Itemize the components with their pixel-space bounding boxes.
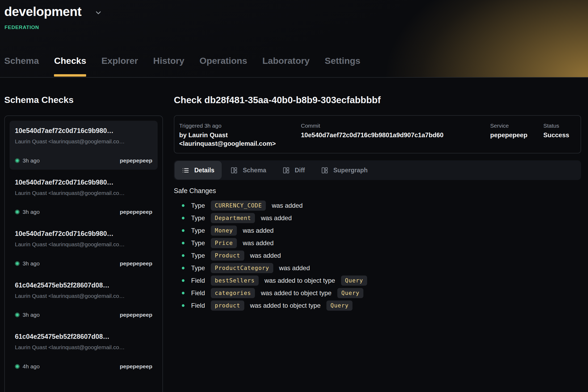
changes-list: Type CURRENCY_CODE was added Type Depart… [174,201,581,311]
change-code-chip: categories [211,288,255,298]
change-item: Type ProductCategory was added [182,263,581,273]
check-service: pepepepeep [120,260,152,267]
change-code-chip: Money [211,226,237,236]
check-service: pepepepeep [120,363,152,370]
change-prefix: Field [191,277,205,284]
list-icon [182,167,189,174]
columns-icon [283,167,290,174]
columns-icon [321,167,328,174]
change-code-chip: Query [326,301,352,311]
change-suffix: was added [243,227,274,234]
main-panel: Check db28f481-35aa-40b0-b8b9-303ecfabbb… [163,78,588,313]
tab-laboratory[interactable]: Laboratory [262,56,310,77]
check-footer: 3h ago pepepepeep [15,260,152,267]
check-footer: 3h ago pepepepeep [15,312,152,318]
chevron-down-icon[interactable] [94,9,102,17]
check-author: Laurin Quast <laurinquast@googlemail.co… [15,344,152,351]
check-footer: 3h ago pepepepeep [15,157,152,164]
change-code-chip: bestSellers [211,276,259,286]
check-time: 4h ago [23,363,40,370]
check-list-item[interactable]: 10e540d7aef72c0d716c9b980… Laurin Quast … [10,172,158,221]
change-item: Type CURRENCY_CODE was added [182,201,581,211]
status-dot-icon [15,312,20,317]
change-item: Type Product was added [182,251,581,261]
check-author: Laurin Quast <laurinquast@googlemail.co… [15,190,152,197]
change-suffix: was added to object type [261,289,331,297]
sidebar-title: Schema Checks [4,95,163,105]
change-suffix: was added [261,214,292,222]
change-prefix: Type [191,227,205,234]
check-time: 3h ago [23,209,40,215]
status-dot-icon [15,364,20,369]
bullet-icon [182,304,184,307]
columns-icon [230,167,238,174]
change-code-chip: Query [337,288,363,298]
check-list-item[interactable]: 61c04e25475eb52f28607d08… Laurin Quast <… [10,275,158,324]
check-title: Check db28f481-35aa-40b0-b8b9-303ecfabbb… [174,95,581,105]
tab-diff[interactable]: Diff [275,161,312,180]
main-nav: Schema Checks Explorer History Operation… [4,56,360,77]
change-prefix: Field [191,289,205,297]
tab-details[interactable]: Details [175,161,222,180]
check-list-item[interactable]: 61c04e25475eb52f28607d08… Laurin Quast <… [10,327,158,376]
meta-service-label: Service [490,122,543,129]
tab-settings[interactable]: Settings [325,56,360,77]
check-list-item[interactable]: 10e540d7aef72c0d716c9b980… Laurin Quast … [10,224,158,273]
change-code-chip: Department [211,213,255,223]
change-prefix: Field [191,302,205,309]
change-item: Field bestSellers was added to object ty… [182,276,581,286]
check-author: Laurin Quast <laurinquast@googlemail.co… [15,293,152,299]
check-author: Laurin Quast <laurinquast@googlemail.co… [15,241,152,248]
check-id: 10e540d7aef72c0d716c9b980… [15,230,152,238]
check-service: pepepepeep [120,312,152,318]
bullet-icon [182,229,184,232]
check-footer: 4h ago pepepepeep [15,363,152,370]
change-item: Type Price was added [182,238,581,248]
meta-triggered-by: by Laurin Quast [179,131,301,139]
tab-details-label: Details [194,167,214,174]
tab-operations[interactable]: Operations [199,56,247,77]
change-prefix: Type [191,202,205,209]
meta-commit-label: Commit [301,122,490,129]
change-item: Field categories was added to object typ… [182,288,581,298]
change-suffix: was added [250,252,281,259]
section-title: Safe Changes [174,187,581,195]
change-suffix: was added [243,239,274,247]
change-prefix: Type [191,252,205,259]
tab-checks[interactable]: Checks [54,56,86,77]
change-code-chip: product [211,301,244,311]
status-dot-icon [15,210,20,214]
change-suffix: was added [279,264,310,272]
meta-status-label: Status [543,122,575,129]
bullet-icon [182,204,184,207]
change-item: Type Department was added [182,213,581,223]
meta-service: Service pepepepeep [490,122,543,153]
meta-triggered-label: Triggered 3h ago [179,122,301,129]
tab-schema[interactable]: Schema [4,56,39,77]
checks-list: 10e540d7aef72c0d716c9b980… Laurin Quast … [4,115,163,392]
check-footer: 3h ago pepepepeep [15,209,152,215]
check-time: 3h ago [23,157,40,164]
meta-commit: Commit 10e540d7aef72c0d716c9b9801a9d907c… [301,122,490,153]
check-list-item[interactable]: 10e540d7aef72c0d716c9b980… Laurin Quast … [10,121,158,170]
check-id: 61c04e25475eb52f28607d08… [15,332,152,341]
bullet-icon [182,292,184,294]
tab-supergraph[interactable]: Supergraph [314,161,375,180]
tab-schema-view[interactable]: Schema [223,161,274,180]
tab-explorer[interactable]: Explorer [101,56,138,77]
tab-history[interactable]: History [153,56,184,77]
meta-commit-hash: 10e540d7aef72c0d716c9b9801a9d907c1a7bd60 [301,131,490,139]
project-selector[interactable]: development [4,4,102,19]
change-suffix: was added to object type [264,277,335,284]
bullet-icon [182,279,184,282]
tab-supergraph-label: Supergraph [333,167,368,174]
meta-triggered: Triggered 3h ago by Laurin Quast <laurin… [179,122,301,153]
tab-diff-label: Diff [295,167,305,174]
check-id: 10e540d7aef72c0d716c9b980… [15,127,152,135]
change-prefix: Type [191,239,205,247]
change-item: Type Money was added [182,226,581,236]
content: Schema Checks 10e540d7aef72c0d716c9b980…… [0,78,588,392]
check-author: Laurin Quast <laurinquast@googlemail.co… [15,138,152,145]
bullet-icon [182,267,184,269]
check-meta-panel: Triggered 3h ago by Laurin Quast <laurin… [174,115,581,153]
